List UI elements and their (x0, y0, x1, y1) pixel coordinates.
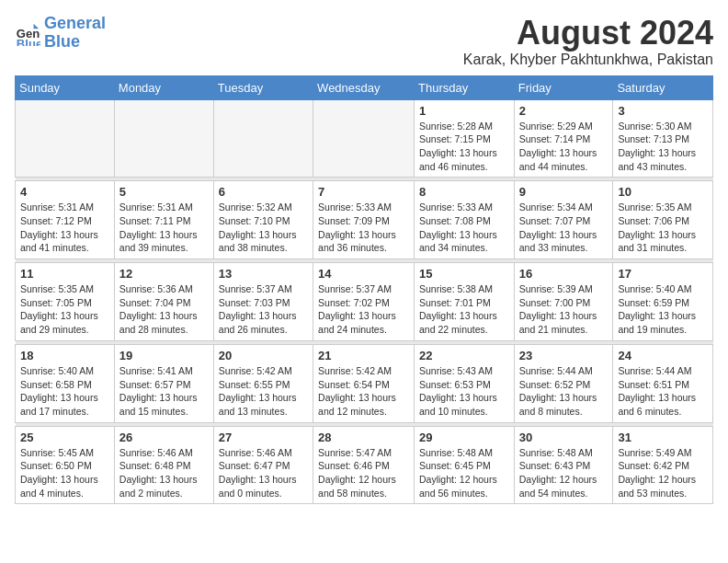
calendar-cell: 5Sunrise: 5:31 AM Sunset: 7:11 PM Daylig… (114, 181, 213, 259)
day-number: 4 (20, 185, 109, 199)
calendar-cell: 30Sunrise: 5:48 AM Sunset: 6:43 PM Dayli… (514, 426, 613, 504)
day-number: 31 (618, 431, 708, 444)
day-number: 27 (219, 431, 308, 444)
calendar-cell: 31Sunrise: 5:49 AM Sunset: 6:42 PM Dayli… (613, 426, 713, 504)
day-info: Sunrise: 5:35 AM Sunset: 7:06 PM Dayligh… (618, 201, 708, 255)
calendar-cell: 4Sunrise: 5:31 AM Sunset: 7:12 PM Daylig… (16, 181, 115, 259)
calendar-cell: 19Sunrise: 5:41 AM Sunset: 6:57 PM Dayli… (114, 344, 213, 422)
calendar-cell: 20Sunrise: 5:42 AM Sunset: 6:55 PM Dayli… (213, 344, 313, 422)
page-header: General Blue GeneralBlue August 2024 Kar… (15, 15, 713, 68)
day-number: 22 (419, 349, 509, 362)
calendar-table: Sunday Monday Tuesday Wednesday Thursday… (15, 75, 713, 505)
day-info: Sunrise: 5:46 AM Sunset: 6:48 PM Dayligh… (119, 446, 209, 500)
day-info: Sunrise: 5:35 AM Sunset: 7:05 PM Dayligh… (20, 282, 109, 337)
day-info: Sunrise: 5:34 AM Sunset: 7:07 PM Dayligh… (519, 201, 609, 255)
calendar-cell: 11Sunrise: 5:35 AM Sunset: 7:05 PM Dayli… (16, 263, 115, 341)
calendar-cell: 21Sunrise: 5:42 AM Sunset: 6:54 PM Dayli… (313, 344, 415, 422)
logo: General Blue GeneralBlue (15, 15, 106, 52)
month-year: August 2024 (463, 15, 713, 52)
day-info: Sunrise: 5:46 AM Sunset: 6:47 PM Dayligh… (219, 446, 308, 500)
calendar-cell: 26Sunrise: 5:46 AM Sunset: 6:48 PM Dayli… (114, 426, 213, 504)
day-info: Sunrise: 5:33 AM Sunset: 7:09 PM Dayligh… (318, 201, 409, 255)
header-monday: Monday (114, 75, 213, 99)
calendar-cell: 8Sunrise: 5:33 AM Sunset: 7:08 PM Daylig… (415, 181, 515, 259)
day-info: Sunrise: 5:48 AM Sunset: 6:45 PM Dayligh… (419, 446, 509, 500)
calendar-cell: 1Sunrise: 5:28 AM Sunset: 7:15 PM Daylig… (415, 99, 515, 178)
day-info: Sunrise: 5:45 AM Sunset: 6:50 PM Dayligh… (20, 446, 109, 500)
calendar-cell (16, 99, 115, 178)
day-number: 15 (419, 267, 509, 281)
day-number: 26 (119, 431, 209, 444)
day-number: 1 (419, 104, 509, 118)
header-tuesday: Tuesday (213, 75, 313, 99)
calendar-cell: 3Sunrise: 5:30 AM Sunset: 7:13 PM Daylig… (613, 99, 713, 178)
calendar-cell: 9Sunrise: 5:34 AM Sunset: 7:07 PM Daylig… (514, 181, 613, 259)
svg-text:Blue: Blue (17, 37, 40, 46)
day-info: Sunrise: 5:48 AM Sunset: 6:43 PM Dayligh… (519, 446, 609, 500)
calendar-cell: 25Sunrise: 5:45 AM Sunset: 6:50 PM Dayli… (16, 426, 115, 504)
calendar-cell: 22Sunrise: 5:43 AM Sunset: 6:53 PM Dayli… (415, 344, 515, 422)
header-friday: Friday (514, 75, 613, 99)
calendar-cell: 2Sunrise: 5:29 AM Sunset: 7:14 PM Daylig… (514, 99, 613, 178)
day-number: 24 (618, 349, 708, 362)
calendar-cell: 15Sunrise: 5:38 AM Sunset: 7:01 PM Dayli… (415, 263, 515, 341)
calendar-cell: 10Sunrise: 5:35 AM Sunset: 7:06 PM Dayli… (613, 181, 713, 259)
day-number: 21 (318, 349, 409, 362)
day-info: Sunrise: 5:31 AM Sunset: 7:12 PM Dayligh… (20, 201, 109, 255)
day-info: Sunrise: 5:40 AM Sunset: 6:58 PM Dayligh… (20, 364, 109, 419)
calendar-cell: 14Sunrise: 5:37 AM Sunset: 7:02 PM Dayli… (313, 263, 415, 341)
day-number: 28 (318, 431, 409, 444)
day-number: 17 (618, 267, 708, 281)
day-info: Sunrise: 5:37 AM Sunset: 7:03 PM Dayligh… (219, 282, 308, 337)
day-info: Sunrise: 5:28 AM Sunset: 7:15 PM Dayligh… (419, 120, 509, 174)
calendar-header-row: Sunday Monday Tuesday Wednesday Thursday… (16, 75, 713, 99)
day-number: 18 (20, 349, 109, 362)
day-number: 6 (219, 185, 308, 199)
calendar-cell: 12Sunrise: 5:36 AM Sunset: 7:04 PM Dayli… (114, 263, 213, 341)
calendar-cell: 29Sunrise: 5:48 AM Sunset: 6:45 PM Dayli… (415, 426, 515, 504)
day-info: Sunrise: 5:32 AM Sunset: 7:10 PM Dayligh… (219, 201, 308, 255)
header-wednesday: Wednesday (313, 75, 415, 99)
day-info: Sunrise: 5:44 AM Sunset: 6:51 PM Dayligh… (618, 364, 708, 419)
calendar-cell: 27Sunrise: 5:46 AM Sunset: 6:47 PM Dayli… (213, 426, 313, 504)
calendar-cell: 13Sunrise: 5:37 AM Sunset: 7:03 PM Dayli… (213, 263, 313, 341)
calendar-cell (213, 99, 313, 178)
logo-text: GeneralBlue (44, 15, 106, 52)
calendar-week-5: 25Sunrise: 5:45 AM Sunset: 6:50 PM Dayli… (16, 426, 713, 504)
day-number: 20 (219, 349, 308, 362)
day-info: Sunrise: 5:38 AM Sunset: 7:01 PM Dayligh… (419, 282, 509, 337)
day-info: Sunrise: 5:44 AM Sunset: 6:52 PM Dayligh… (519, 364, 609, 419)
calendar-cell: 23Sunrise: 5:44 AM Sunset: 6:52 PM Dayli… (514, 344, 613, 422)
day-number: 3 (618, 104, 708, 118)
day-number: 29 (419, 431, 509, 444)
day-number: 9 (519, 185, 609, 199)
calendar-week-1: 1Sunrise: 5:28 AM Sunset: 7:15 PM Daylig… (16, 99, 713, 178)
day-number: 16 (519, 267, 609, 281)
day-number: 23 (519, 349, 609, 362)
calendar-cell: 17Sunrise: 5:40 AM Sunset: 6:59 PM Dayli… (613, 263, 713, 341)
calendar-week-2: 4Sunrise: 5:31 AM Sunset: 7:12 PM Daylig… (16, 181, 713, 259)
day-info: Sunrise: 5:29 AM Sunset: 7:14 PM Dayligh… (519, 120, 609, 174)
day-info: Sunrise: 5:43 AM Sunset: 6:53 PM Dayligh… (419, 364, 509, 419)
calendar-cell: 28Sunrise: 5:47 AM Sunset: 6:46 PM Dayli… (313, 426, 415, 504)
day-number: 14 (318, 267, 409, 281)
calendar-week-4: 18Sunrise: 5:40 AM Sunset: 6:58 PM Dayli… (16, 344, 713, 422)
day-number: 25 (20, 431, 109, 444)
day-number: 5 (119, 185, 209, 199)
day-number: 13 (219, 267, 308, 281)
calendar-cell: 7Sunrise: 5:33 AM Sunset: 7:09 PM Daylig… (313, 181, 415, 259)
logo-icon: General Blue (15, 20, 40, 46)
calendar-cell: 18Sunrise: 5:40 AM Sunset: 6:58 PM Dayli… (16, 344, 115, 422)
calendar-cell: 16Sunrise: 5:39 AM Sunset: 7:00 PM Dayli… (514, 263, 613, 341)
day-number: 11 (20, 267, 109, 281)
title-block: August 2024 Karak, Khyber Pakhtunkhwa, P… (463, 15, 713, 68)
calendar-cell (114, 99, 213, 178)
header-thursday: Thursday (415, 75, 515, 99)
day-number: 10 (618, 185, 708, 199)
header-sunday: Sunday (16, 75, 115, 99)
day-info: Sunrise: 5:31 AM Sunset: 7:11 PM Dayligh… (119, 201, 209, 255)
day-number: 2 (519, 104, 609, 118)
day-info: Sunrise: 5:37 AM Sunset: 7:02 PM Dayligh… (318, 282, 409, 337)
day-number: 19 (119, 349, 209, 362)
header-saturday: Saturday (613, 75, 713, 99)
